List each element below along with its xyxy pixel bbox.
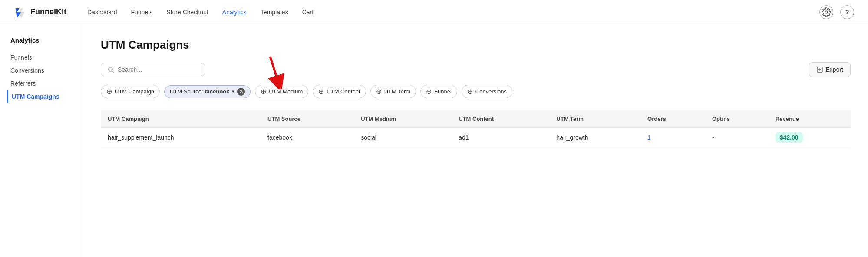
col-utm-content: UTM Content — [452, 110, 549, 128]
filter-area: ⊕ UTM Campaign UTM Source: facebook ▾ ✕ … — [101, 85, 851, 98]
search-box-wrapper — [101, 63, 205, 76]
plus-icon-content: ⊕ — [318, 87, 324, 96]
export-button[interactable]: Export — [809, 62, 851, 77]
filter-utm-term-label: UTM Term — [384, 88, 410, 95]
filter-conversions-label: Conversions — [475, 88, 507, 95]
svg-point-3 — [109, 67, 112, 71]
sidebar-heading: Analytics — [10, 37, 83, 44]
filter-utm-source-close[interactable]: ✕ — [237, 88, 245, 96]
settings-button[interactable] — [819, 5, 833, 19]
table-row: hair_supplement_launch facebook social a… — [101, 128, 851, 147]
plus-icon: ⊕ — [106, 87, 112, 96]
cell-utm-medium: social — [354, 128, 452, 147]
col-orders: Orders — [640, 110, 705, 128]
cell-revenue: $42.00 — [769, 128, 851, 147]
filter-utm-campaign[interactable]: ⊕ UTM Campaign — [101, 85, 160, 98]
col-utm-campaign: UTM Campaign — [101, 110, 261, 128]
col-optins: Optins — [705, 110, 769, 128]
col-revenue: Revenue — [769, 110, 851, 128]
filter-utm-source[interactable]: UTM Source: facebook ▾ ✕ — [164, 85, 251, 98]
filter-utm-content[interactable]: ⊕ UTM Content — [313, 85, 366, 98]
gear-icon — [822, 7, 831, 17]
filter-utm-medium-label: UTM Medium — [269, 88, 303, 95]
plus-icon-conversions: ⊕ — [467, 87, 473, 96]
nav-analytics[interactable]: Analytics — [222, 9, 247, 16]
cell-optins: - — [705, 128, 769, 147]
sidebar-item-funnels[interactable]: Funnels — [10, 51, 83, 64]
filter-funnel-label: Funnel — [434, 88, 452, 95]
revenue-badge: $42.00 — [776, 132, 803, 143]
nav-cart[interactable]: Cart — [302, 9, 314, 16]
search-input[interactable] — [118, 66, 198, 73]
filter-conversions[interactable]: ⊕ Conversions — [462, 85, 512, 98]
filter-chips-row: ⊕ UTM Campaign UTM Source: facebook ▾ ✕ … — [101, 85, 851, 98]
orders-link[interactable]: 1 — [647, 134, 651, 141]
cell-orders: 1 — [640, 128, 705, 147]
filter-utm-campaign-label: UTM Campaign — [115, 88, 154, 95]
plus-icon-term: ⊕ — [376, 87, 382, 96]
chevron-down-icon: ▾ — [232, 89, 234, 94]
nav-store-checkout[interactable]: Store Checkout — [166, 9, 208, 16]
sidebar: Analytics Funnels Conversions Referrers … — [0, 24, 83, 257]
search-export-row: Export — [101, 62, 851, 77]
col-utm-source: UTM Source — [261, 110, 354, 128]
logo-icon — [14, 5, 28, 19]
page-title: UTM Campaigns — [101, 38, 851, 52]
cell-utm-campaign: hair_supplement_launch — [101, 128, 261, 147]
page-layout: Analytics Funnels Conversions Referrers … — [0, 24, 868, 257]
plus-icon-funnel: ⊕ — [426, 87, 432, 96]
nav-funnels[interactable]: Funnels — [131, 9, 153, 16]
help-button[interactable]: ? — [840, 5, 854, 19]
nav-right-actions: ? — [819, 5, 854, 19]
logo[interactable]: FunnelKit — [14, 5, 66, 19]
svg-line-4 — [112, 71, 114, 73]
filter-utm-content-label: UTM Content — [327, 88, 360, 95]
brand-name: FunnelKit — [30, 7, 66, 17]
cell-utm-content: ad1 — [452, 128, 549, 147]
search-icon — [107, 66, 114, 73]
filter-utm-source-label: UTM Source: facebook — [170, 88, 229, 95]
filter-utm-medium[interactable]: ⊕ UTM Medium — [255, 85, 308, 98]
cell-utm-source: facebook — [261, 128, 354, 147]
nav-templates[interactable]: Templates — [261, 9, 288, 16]
col-utm-term: UTM Term — [549, 110, 640, 128]
filter-utm-term[interactable]: ⊕ UTM Term — [370, 85, 416, 98]
plus-icon-medium: ⊕ — [261, 87, 266, 96]
export-icon — [816, 66, 823, 73]
cell-utm-term: hair_growth — [549, 128, 640, 147]
filter-funnel[interactable]: ⊕ Funnel — [420, 85, 457, 98]
top-navigation: FunnelKit Dashboard Funnels Store Checko… — [0, 0, 868, 24]
nav-dashboard[interactable]: Dashboard — [87, 9, 117, 16]
utm-campaigns-table: UTM Campaign UTM Source UTM Medium UTM C… — [101, 110, 851, 147]
nav-links: Dashboard Funnels Store Checkout Analyti… — [87, 9, 819, 16]
export-label: Export — [826, 66, 843, 73]
sidebar-item-conversions[interactable]: Conversions — [10, 64, 83, 77]
sidebar-item-referrers[interactable]: Referrers — [10, 77, 83, 90]
table-header-row: UTM Campaign UTM Source UTM Medium UTM C… — [101, 110, 851, 128]
sidebar-item-utm-campaigns[interactable]: UTM Campaigns — [7, 90, 83, 103]
main-content: UTM Campaigns Export — [83, 24, 868, 257]
col-utm-medium: UTM Medium — [354, 110, 452, 128]
svg-marker-1 — [19, 8, 24, 18]
svg-point-2 — [825, 11, 828, 13]
